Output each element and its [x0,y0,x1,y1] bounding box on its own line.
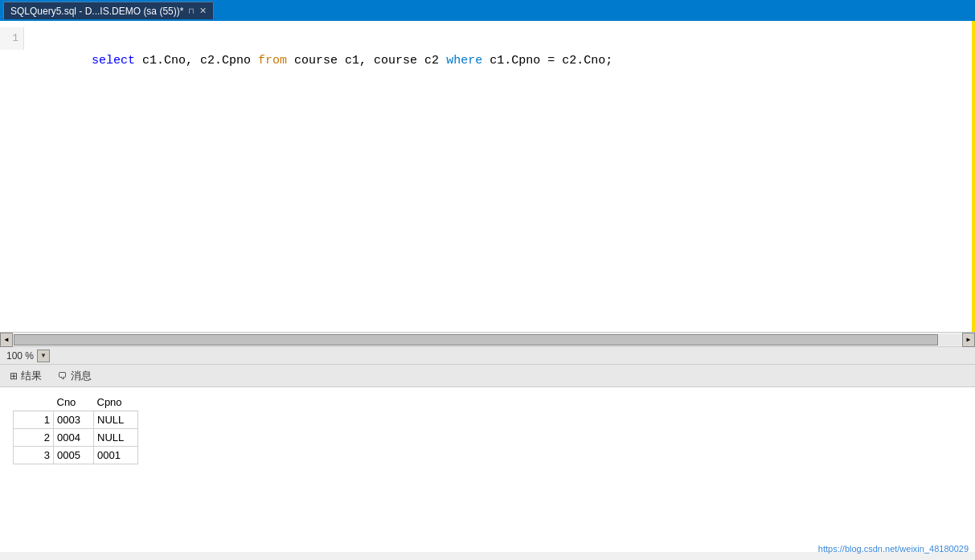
cell-cpno: 0001 [94,447,138,464]
zoom-value: 100 % [6,350,34,362]
status-bar: 100 % ▼ [0,347,975,365]
results-tab-bar: ⊞ 结果 🗨 消息 [0,365,975,387]
zoom-control[interactable]: 100 % ▼ [6,349,50,362]
cell-cpno: NULL [94,429,138,447]
keyword-where: where [446,54,482,67]
tab-label: SQLQuery5.sql - D...IS.DEMO (sa (55))* [10,6,183,17]
sql-text-1: c1.Cno, c2.Cpno [135,54,258,67]
tab-messages[interactable]: 🗨 消息 [51,366,98,386]
watermark: https://blog.csdn.net/weixin_48180029 [818,544,969,554]
tab-results[interactable]: ⊞ 结果 [3,366,48,386]
table-row: 20004NULL [14,429,138,447]
line-content-1: select c1.Cno, c2.Cpno from course c1, c… [24,27,612,95]
table-header-row: Cno Cpno [14,394,138,411]
sql-text-3: c1.Cpno = c2.Cno; [482,54,612,67]
keyword-select: select [92,54,135,67]
editor-area: 1 select c1.Cno, c2.Cpno from course c1,… [0,21,975,333]
col-header-cno: Cno [54,394,94,411]
row-number-cell: 2 [14,429,54,447]
line-number-1: 1 [0,27,24,50]
row-number-cell: 1 [14,411,54,429]
cell-cno: 0005 [54,447,94,464]
bottom-section: ⊞ 结果 🗨 消息 Cno Cpno 10003NULL20004NULL300… [0,365,975,552]
cell-cpno: NULL [94,411,138,429]
row-number-header [14,394,54,411]
horizontal-scrollbar[interactable]: ◀ ▶ [0,333,975,347]
messages-icon: 🗨 [58,370,68,382]
scroll-track[interactable] [14,334,961,345]
sql-text-2: course c1, course c2 [287,54,446,67]
table-row: 300050001 [14,447,138,464]
editor-tab[interactable]: SQLQuery5.sql - D...IS.DEMO (sa (55))* ⊓… [3,2,214,19]
col-header-cpno: Cpno [94,394,138,411]
pin-icon: ⊓ [188,6,195,15]
table-row: 10003NULL [14,411,138,429]
cell-cno: 0003 [54,411,94,429]
row-number-cell: 3 [14,447,54,464]
cell-cno: 0004 [54,429,94,447]
close-icon[interactable]: ✕ [199,6,207,16]
scroll-left-button[interactable]: ◀ [0,333,13,347]
messages-tab-label: 消息 [71,369,92,383]
scroll-right-button[interactable]: ▶ [962,333,975,347]
yellow-border-indicator [972,21,975,333]
results-area: Cno Cpno 10003NULL20004NULL300050001 [0,387,975,552]
editor-content[interactable]: 1 select c1.Cno, c2.Cpno from course c1,… [0,21,975,101]
results-tab-label: 结果 [21,369,42,383]
keyword-from: from [258,54,287,67]
scroll-thumb[interactable] [14,334,938,345]
tab-bar: SQLQuery5.sql - D...IS.DEMO (sa (55))* ⊓… [0,0,975,21]
zoom-dropdown[interactable]: ▼ [37,349,50,362]
results-table: Cno Cpno 10003NULL20004NULL300050001 [13,394,138,464]
results-icon: ⊞ [10,370,18,382]
editor-line-1: 1 select c1.Cno, c2.Cpno from course c1,… [0,27,975,95]
